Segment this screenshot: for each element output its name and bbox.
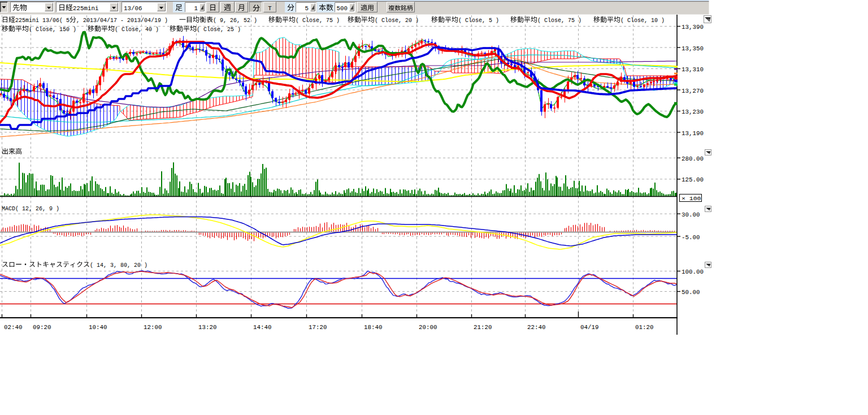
svg-text:30.00: 30.00	[682, 211, 700, 218]
svg-text:( Close, 20 ): ( Close, 20 )	[375, 17, 419, 24]
svg-text:( Close, 25 ): ( Close, 25 )	[197, 26, 241, 33]
svg-text:500: 500	[337, 5, 348, 12]
svg-text:280.00: 280.00	[682, 155, 704, 162]
svg-text:MACD( 12, 26, 9 ): MACD( 12, 26, 9 )	[2, 205, 59, 212]
svg-text:100.00: 100.00	[682, 269, 704, 275]
svg-text:( Close, 5 ): ( Close, 5 )	[458, 17, 499, 24]
svg-text:21:20: 21:20	[474, 324, 492, 331]
svg-text:12:00: 12:00	[144, 324, 162, 331]
svg-text:14:40: 14:40	[253, 324, 272, 331]
svg-text:× 100: × 100	[682, 196, 701, 202]
svg-text:04/19: 04/19	[580, 324, 599, 331]
svg-text:5: 5	[305, 5, 309, 12]
svg-text:20:00: 20:00	[419, 324, 437, 331]
svg-text:13/06: 13/06	[124, 5, 142, 12]
svg-text:( 9, 26, 52 ): ( 9, 26, 52 )	[213, 17, 257, 24]
svg-text:22:40: 22:40	[527, 324, 546, 331]
svg-text:( Close, 40 ): ( Close, 40 )	[115, 26, 159, 33]
svg-text:13,310: 13,310	[682, 66, 704, 73]
svg-text:( Close, 10 ): ( Close, 10 )	[620, 17, 665, 24]
svg-text:09:20: 09:20	[33, 324, 51, 331]
svg-text:13:20: 13:20	[198, 324, 217, 331]
svg-text:, 2013/04/17 - 2013/04/19 ): , 2013/04/17 - 2013/04/19 )	[76, 17, 168, 24]
svg-text:18:40: 18:40	[364, 324, 383, 331]
svg-text:02:40: 02:40	[4, 324, 23, 331]
svg-text:( Close, 150 ): ( Close, 150 )	[29, 26, 76, 33]
svg-text:1: 1	[194, 5, 198, 12]
svg-text:13,350: 13,350	[682, 45, 704, 52]
svg-text:T: T	[268, 5, 272, 12]
svg-text:( Close, 75 ): ( Close, 75 )	[296, 17, 340, 24]
svg-text:225mini 13/06( 5: 225mini 13/06( 5	[15, 17, 70, 24]
svg-text:( Close, 75 ): ( Close, 75 )	[537, 17, 581, 24]
svg-text:10:40: 10:40	[89, 324, 107, 331]
svg-text:17:20: 17:20	[309, 324, 327, 331]
svg-text:225mini: 225mini	[73, 5, 99, 12]
svg-text:13,190: 13,190	[682, 130, 704, 137]
svg-text:50.00: 50.00	[682, 289, 700, 296]
svg-text:13,230: 13,230	[682, 109, 704, 115]
svg-text:13,270: 13,270	[682, 88, 704, 94]
svg-text:13,390: 13,390	[682, 24, 704, 31]
svg-text:-5.00: -5.00	[682, 234, 700, 241]
svg-text:( 14, 3, 80, 20 ): ( 14, 3, 80, 20 )	[90, 262, 147, 269]
svg-text:125.00: 125.00	[682, 176, 704, 183]
svg-text:01:20: 01:20	[635, 324, 654, 331]
